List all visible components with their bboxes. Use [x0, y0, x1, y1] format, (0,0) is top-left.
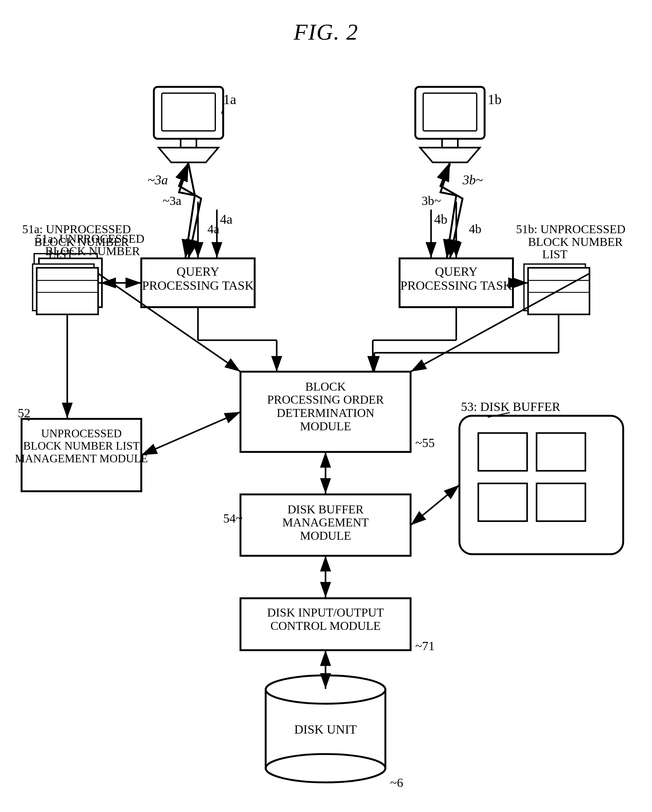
svg-text:PROCESSING ORDER: PROCESSING ORDER: [267, 393, 384, 406]
label-53: 53: DISK BUFFER: [461, 400, 560, 414]
svg-text:MANAGEMENT: MANAGEMENT: [282, 516, 369, 529]
svg-line-74: [411, 485, 459, 525]
svg-rect-10: [423, 93, 477, 131]
svg-rect-5: [162, 93, 215, 131]
svg-rect-25: [37, 268, 98, 314]
arrow-4b-label: 4b: [434, 212, 447, 227]
svg-text:MANAGEMENT MODULE: MANAGEMENT MODULE: [15, 452, 148, 465]
svg-text:DISK BUFFER: DISK BUFFER: [288, 503, 364, 516]
query-task-2-text-line2: PROCESSING TASK: [401, 279, 512, 293]
label-1a: 1a: [223, 92, 236, 107]
label-51b-title2: BLOCK NUMBER: [528, 235, 623, 249]
label-6: ~6: [390, 776, 403, 790]
svg-text:BLOCK: BLOCK: [305, 380, 346, 393]
module-71: DISK INPUT/OUTPUT CONTROL MODULE ~71: [240, 598, 435, 653]
query-task-1-text-line2: PROCESSING TASK: [142, 279, 254, 293]
svg-point-61: [266, 754, 386, 782]
svg-text:CONTROL MODULE: CONTROL MODULE: [270, 619, 381, 632]
computer-1a: 1a: [154, 87, 236, 162]
arrow-4a-label: 4a: [220, 212, 233, 227]
svg-text:MODULE: MODULE: [300, 420, 351, 433]
disk-buffer-53: 53: DISK BUFFER: [459, 400, 623, 554]
svg-rect-50: [537, 483, 586, 521]
label-3b: 3b~: [422, 194, 441, 208]
label-54: 54~: [223, 511, 243, 525]
arrow-3a-label: ~3a: [148, 172, 168, 187]
module-52: UNPROCESSED BLOCK NUMBER LIST MANAGEMENT…: [15, 406, 148, 491]
label-51b-title3: LIST: [542, 247, 568, 261]
svg-rect-47: [478, 433, 527, 471]
svg-text:DETERMINATION: DETERMINATION: [277, 406, 375, 420]
arrow-3b-label: 3b~: [462, 172, 483, 187]
computer-1b: 1b: [415, 87, 502, 162]
query-task-2: QUERY PROCESSING TASK: [399, 258, 513, 307]
module-54: DISK BUFFER MANAGEMENT MODULE 54~: [223, 495, 411, 556]
module-55: BLOCK PROCESSING ORDER DETERMINATION MOD…: [240, 372, 435, 452]
svg-line-72: [141, 412, 240, 455]
svg-rect-46: [459, 416, 623, 554]
svg-rect-49: [478, 483, 527, 521]
label-51b-title: 51b: UNPROCESSED: [516, 223, 625, 236]
svg-text:DISK INPUT/OUTPUT: DISK INPUT/OUTPUT: [267, 606, 384, 619]
svg-rect-6: [181, 139, 197, 148]
diagram-container: 1a 1b QUERY PROCESSING TASK QUERY PROCES…: [0, 38, 652, 806]
label-1b: 1b: [488, 92, 502, 107]
label-4b: 4b: [469, 222, 481, 236]
query-task-1-text-line1: QUERY: [177, 265, 219, 279]
svg-text:BLOCK NUMBER LIST: BLOCK NUMBER LIST: [23, 440, 140, 452]
label-71: ~71: [415, 639, 435, 653]
label-51a-title2: BLOCK NUMBER: [34, 235, 129, 249]
label-52: 52: [18, 406, 31, 420]
label-51a-title3: LIST: [48, 247, 73, 261]
label-3a: ~3a: [162, 194, 181, 208]
svg-marker-7: [158, 148, 218, 162]
query-task-2-text-line1: QUERY: [435, 265, 478, 279]
label-disk-unit: DISK UNIT: [294, 722, 357, 736]
disk-unit: DISK UNIT ~6: [266, 675, 403, 790]
svg-text:MODULE: MODULE: [300, 529, 351, 542]
svg-rect-11: [442, 139, 458, 148]
svg-marker-12: [420, 148, 480, 162]
query-task-1: QUERY PROCESSING TASK: [141, 258, 255, 307]
label-55: ~55: [415, 436, 435, 450]
svg-rect-48: [537, 433, 586, 471]
svg-text:UNPROCESSED: UNPROCESSED: [41, 427, 122, 440]
label-51a-title: 51a: UNPROCESSED: [22, 223, 131, 236]
